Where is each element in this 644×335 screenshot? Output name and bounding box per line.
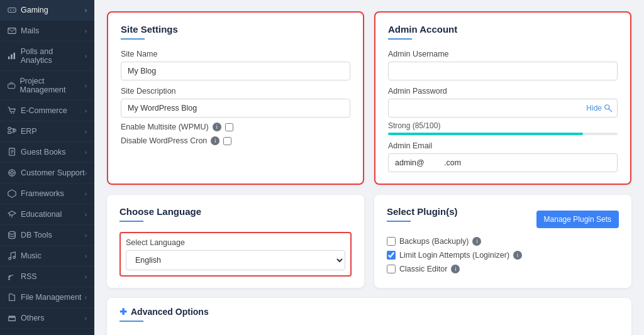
cart-icon [8, 106, 16, 115]
svg-rect-7 [11, 54, 13, 59]
advanced-options-label: Advanced Options [131, 307, 209, 317]
advanced-options-underline [119, 321, 143, 322]
site-desc-input[interactable] [121, 99, 350, 118]
sidebar-item-support[interactable]: Customer Support › [0, 163, 94, 184]
admin-account-title: Admin Account [388, 24, 618, 35]
strength-bar-fill [388, 133, 583, 135]
sidebar-item-label: File Management [21, 293, 82, 302]
sidebar-item-label: Polls and Analytics [21, 47, 85, 65]
chevron-icon: › [85, 294, 87, 301]
strength-label: Strong (85/100) [388, 121, 618, 130]
sidebar-item-label: Guest Books [21, 148, 66, 157]
choose-language-panel: Choose Language Select Language English … [107, 195, 364, 288]
sidebar-item-label: Others [21, 314, 45, 322]
svg-line-37 [609, 109, 612, 112]
language-select-wrapper: Select Language English Spanish French G… [119, 232, 352, 277]
chevron-icon: › [85, 190, 87, 197]
backuply-checkbox[interactable] [387, 237, 396, 246]
chevron-icon: › [85, 232, 87, 239]
sidebar-item-label: ERP [21, 127, 37, 136]
edu-icon [8, 210, 16, 219]
sidebar-item-gaming[interactable]: Gaming › [0, 0, 94, 21]
cron-checkbox[interactable] [223, 137, 231, 145]
bottom-panels-row: Choose Language Select Language English … [107, 195, 631, 288]
book-icon [8, 148, 16, 157]
svg-point-23 [11, 172, 13, 174]
chevron-icon: › [85, 107, 87, 114]
chevron-icon: › [85, 7, 87, 14]
sidebar-item-project[interactable]: Project Management › [0, 71, 94, 101]
rss-icon [8, 272, 16, 281]
admin-account-underline [388, 38, 412, 40]
strength-bar-bg [388, 133, 618, 135]
sidebar-item-label: Gaming [21, 6, 48, 14]
support-icon [8, 168, 16, 177]
plugin-row-classic: Classic Editor i [387, 265, 619, 273]
chevron-icon: › [85, 273, 87, 280]
erp-icon [8, 127, 16, 136]
site-name-input[interactable] [121, 62, 350, 80]
sidebar-item-ecommerce[interactable]: E-Commerce › [0, 101, 94, 121]
sidebar-item-frameworks[interactable]: Frameworks › [0, 184, 94, 204]
sidebar: Gaming › Mails › Polls and Analytics › P… [0, 0, 94, 335]
hide-label: Hide [586, 104, 602, 113]
site-settings-underline [121, 38, 145, 40]
sidebar-item-erp[interactable]: ERP › [0, 121, 94, 142]
plus-icon: ✚ [119, 307, 127, 317]
manage-plugin-sets-button[interactable]: Manage Plugin Sets [536, 211, 619, 228]
briefcase-icon [8, 81, 16, 90]
sidebar-item-label: RSS [21, 272, 37, 281]
choose-language-underline [119, 221, 143, 222]
admin-account-panel: Admin Account Admin Username Admin Passw… [374, 11, 631, 185]
admin-password-input[interactable] [388, 99, 618, 118]
framework-icon [8, 189, 16, 198]
sidebar-item-filemanagement[interactable]: File Management › [0, 287, 94, 308]
backuply-info-icon[interactable]: i [472, 237, 481, 246]
classic-editor-checkbox[interactable] [387, 265, 396, 273]
chevron-icon: › [85, 211, 87, 218]
admin-email-input[interactable] [388, 153, 618, 172]
admin-email-label: Admin Email [388, 141, 618, 150]
classic-editor-info-icon[interactable]: i [451, 265, 460, 273]
admin-username-input[interactable] [388, 62, 618, 80]
sidebar-item-label: Music [21, 251, 42, 260]
hide-password-button[interactable]: Hide [586, 104, 613, 113]
loginizer-checkbox[interactable] [387, 251, 396, 260]
svg-rect-8 [13, 53, 15, 59]
svg-point-35 [8, 278, 9, 280]
sidebar-item-dbtools[interactable]: DB Tools › [0, 225, 94, 246]
chevron-icon: › [85, 82, 87, 89]
key-icon [604, 104, 613, 113]
sidebar-item-music[interactable]: Music › [0, 246, 94, 266]
sidebar-item-mails[interactable]: Mails › [0, 21, 94, 41]
loginizer-info-icon[interactable]: i [513, 251, 522, 260]
svg-point-4 [14, 10, 14, 11]
sidebar-item-guestbooks[interactable]: Guest Books › [0, 142, 94, 163]
multisite-info-icon[interactable]: i [213, 123, 221, 131]
language-select[interactable]: English Spanish French German Portuguese [126, 250, 345, 270]
sidebar-item-label: Mails [21, 26, 39, 35]
site-name-label: Site Name [121, 50, 350, 58]
chevron-icon: › [85, 53, 87, 60]
svg-point-10 [11, 113, 12, 114]
cron-info-icon[interactable]: i [211, 136, 219, 145]
multisite-checkbox[interactable] [225, 123, 233, 131]
classic-editor-label: Classic Editor [399, 265, 447, 273]
chevron-icon: › [85, 128, 87, 135]
sidebar-item-label: Customer Support [21, 168, 84, 177]
choose-language-title: Choose Language [119, 206, 352, 217]
sidebar-item-label: DB Tools [21, 231, 52, 239]
game-icon [8, 6, 16, 14]
sidebar-item-others[interactable]: Others › [0, 308, 94, 329]
sidebar-item-polls[interactable]: Polls and Analytics › [0, 41, 94, 71]
select-plugins-panel: Select Plugin(s) Manage Plugin Sets Back… [374, 195, 631, 288]
db-icon [8, 231, 16, 239]
svg-point-3 [13, 9, 14, 10]
chevron-icon: › [85, 149, 87, 156]
sidebar-item-educational[interactable]: Educational › [0, 204, 94, 225]
sidebar-item-rss[interactable]: RSS › [0, 266, 94, 287]
advanced-options-title: ✚ Advanced Options [119, 307, 619, 317]
chevron-icon: › [85, 253, 87, 260]
sidebar-item-label: Frameworks [21, 189, 64, 198]
svg-rect-0 [8, 8, 16, 13]
